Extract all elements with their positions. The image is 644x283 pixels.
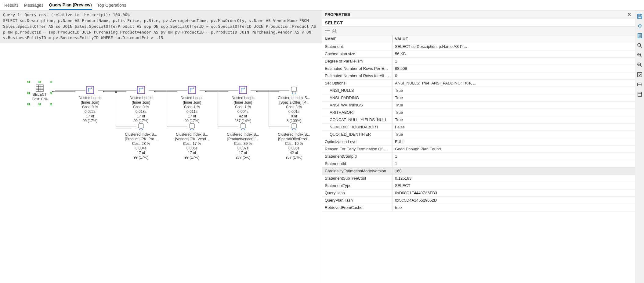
property-row[interactable]: ANSI_NULLSTrue (322, 87, 635, 94)
close-icon[interactable]: ✕ (626, 12, 632, 17)
svg-rect-40 (638, 16, 641, 18)
node-title: Clustered Index S... (220, 132, 266, 137)
plan-node-clustered-index-seek[interactable]: Clustered Index S...[SpecialOffer].[P...… (271, 85, 317, 123)
property-row[interactable]: ANSI_PADDINGTrue (322, 94, 635, 102)
property-value: 1 (393, 58, 635, 65)
property-row[interactable]: Optimization LevelFULL (322, 138, 635, 145)
property-row[interactable]: RetrievedFromCachetrue (322, 204, 635, 211)
plan-node-clustered-index-seek[interactable]: Clustered Index S...[Product].[PK_Pro...… (118, 122, 164, 160)
fit-icon[interactable] (636, 71, 643, 78)
property-row[interactable]: NUMERIC_ROUNDABORTFalse (322, 124, 635, 131)
property-row[interactable]: ANSI_WARNINGSTrue (322, 102, 635, 109)
property-row[interactable]: QueryPlanHash0x5C5D4A145529652D (322, 197, 635, 204)
tab-messages[interactable]: Messages (24, 3, 44, 9)
property-row[interactable]: QUOTED_IDENTIFIERTrue (322, 131, 635, 138)
node-rows: 17 of (118, 114, 164, 119)
node-rows: 17 of (67, 114, 113, 119)
plan-node-nested-loops[interactable]: Nested Loops(Inner Join)Cost: 1 %0.004s4… (220, 85, 266, 123)
property-row[interactable]: ARITHABORTTrue (322, 109, 635, 116)
property-row[interactable]: CardinalityEstimationModelVersion160 (322, 167, 635, 175)
resize-handle[interactable] (27, 81, 30, 83)
properties-grid[interactable]: StatementSELECT so.Description, p.Name A… (322, 43, 635, 283)
property-row[interactable]: Set OptionsANSI_NULLS: True, ANSI_PADDIN… (322, 80, 635, 87)
property-value: 0 (393, 72, 635, 79)
property-name: RetrievedFromCache (322, 204, 393, 211)
node-cost: Cost: 28 % (118, 142, 164, 146)
resize-handle[interactable] (39, 103, 41, 105)
plan-node-clustered-index-seek[interactable]: Clustered Index S...[ProductVendor].[...… (220, 122, 266, 160)
zoom-in-icon[interactable] (636, 52, 643, 59)
column-header-value[interactable]: VALUE (393, 35, 635, 43)
property-row[interactable]: CONCAT_NULL_YIELDS_NULLTrue (322, 116, 635, 124)
property-row[interactable]: StatementSubTreeCost0.125183 (322, 175, 635, 182)
zoom-out-icon[interactable] (636, 62, 643, 68)
svg-line-48 (640, 56, 642, 57)
svg-rect-58 (638, 92, 642, 96)
node-time: 0.006s (169, 146, 215, 151)
sort-icon[interactable]: AZ (332, 28, 338, 34)
column-header-name[interactable]: NAME (322, 35, 393, 43)
clustered-index-seek-icon (289, 122, 298, 131)
property-row[interactable]: StatementCompId1 (322, 153, 635, 160)
property-row[interactable]: StatementId1 (322, 160, 635, 167)
plan-area[interactable]: Query 1: Query cost (relative to the scr… (0, 10, 322, 283)
property-value: Good Enough Plan Found (393, 145, 635, 152)
property-name: StatementCompId (322, 153, 393, 160)
property-row[interactable]: StatementTypeSELECT (322, 182, 635, 189)
properties-icon[interactable] (636, 91, 643, 98)
property-name: QueryPlanHash (322, 197, 393, 204)
property-name: Optimization Level (322, 138, 393, 145)
nested-loops-icon (187, 85, 197, 95)
node-rows: 42 of (220, 114, 266, 119)
nested-loops-icon (238, 85, 248, 95)
node-subtitle: [Vendor].[PK_Vend... (169, 137, 215, 142)
document-icon[interactable] (636, 32, 643, 39)
plan-node-clustered-index-seek[interactable]: Clustered Index S...[Vendor].[PK_Vend...… (169, 122, 215, 160)
property-value: FULL (393, 138, 635, 145)
resize-handle[interactable] (50, 81, 52, 83)
property-value: True (393, 94, 635, 101)
resize-handle[interactable] (27, 92, 30, 94)
property-row[interactable]: Degree of Parallelism1 (322, 58, 635, 65)
plan-node-nested-loops[interactable]: Nested Loops(Inner Join)Cost: 1 %0.011s1… (169, 85, 215, 123)
node-rowcount: 287 (14%) (271, 155, 317, 160)
node-rowcount: 99 (17%) (67, 119, 113, 123)
search-icon[interactable] (636, 42, 643, 49)
property-row[interactable]: Cached plan size56 KB (322, 50, 635, 58)
node-cost: Cost: 3 % (271, 105, 317, 109)
tab-results[interactable]: Results (4, 3, 19, 9)
plan-node-clustered-index-seek[interactable]: Clustered Index S...[SpecialOfferProd...… (271, 122, 317, 160)
resize-handle[interactable] (50, 103, 52, 105)
property-row[interactable]: QueryHash0xD08C1F44407A6FB3 (322, 189, 635, 197)
tab-query-plan[interactable]: Query Plan (Preview) (49, 2, 92, 10)
plan-node-nested-loops[interactable]: Nested Loops(Inner Join)Cost: 0 %0.018s1… (118, 85, 164, 123)
property-name: CONCAT_NULL_YIELDS_NULL (322, 116, 393, 123)
property-row[interactable]: Reason For Early Termination Of Stateme.… (322, 145, 635, 153)
node-title: Nested Loops (220, 96, 266, 100)
node-rows: 17 of (118, 151, 164, 155)
node-title: Clustered Index S... (271, 132, 317, 137)
custom-zoom-icon[interactable] (636, 81, 643, 88)
property-name: Statement (322, 43, 393, 50)
svg-line-52 (640, 66, 642, 67)
svg-rect-54 (638, 73, 642, 77)
compare-icon[interactable] (636, 23, 643, 29)
tab-top-operations[interactable]: Top Operations (97, 3, 126, 9)
node-subtitle: (Inner Join) (220, 100, 266, 105)
property-row[interactable]: StatementSELECT so.Description, p.Name A… (322, 43, 635, 50)
plan-node-select[interactable]: SELECT Cost: 0 % (26, 81, 53, 105)
resize-handle[interactable] (27, 103, 30, 105)
property-value: SELECT (393, 182, 635, 189)
svg-text:Z: Z (332, 31, 334, 33)
categorize-icon[interactable] (325, 28, 330, 34)
save-icon[interactable] (636, 13, 643, 20)
property-row[interactable]: Estimated Number of Rows Per Execution98… (322, 65, 635, 72)
node-title: Nested Loops (169, 96, 215, 100)
resize-handle[interactable] (50, 92, 52, 94)
resize-handle[interactable] (39, 81, 41, 83)
node-title: Clustered Index S... (169, 132, 215, 137)
node-subtitle: [SpecialOfferProd... (271, 137, 317, 142)
property-row[interactable]: Estimated Number of Rows for All Executi… (322, 72, 635, 80)
plan-node-nested-loops[interactable]: Nested Loops(Inner Join)Cost: 0 %0.022s1… (67, 85, 113, 123)
property-value: 0.125183 (393, 175, 635, 182)
